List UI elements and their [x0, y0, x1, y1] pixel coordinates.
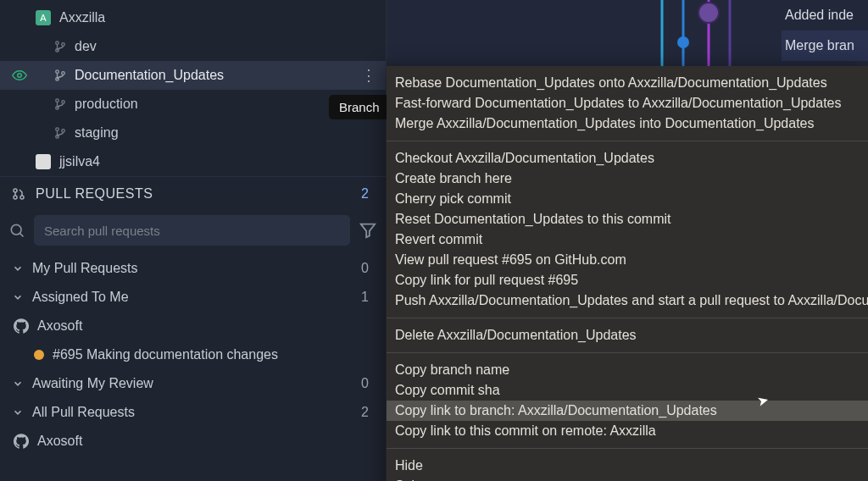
- context-menu-item[interactable]: View pull request #695 on GitHub.com: [387, 250, 868, 270]
- branch-label: dev: [75, 39, 97, 54]
- branch-staging[interactable]: staging: [0, 119, 386, 147]
- svg-point-4: [56, 70, 59, 74]
- context-menu-item[interactable]: Cherry pick commit: [387, 189, 868, 209]
- branch-icon: [54, 41, 66, 53]
- repo-label: Axosoft: [37, 434, 82, 449]
- pr-repo-axosoft-2[interactable]: Axosoft: [0, 427, 386, 456]
- pull-request-icon: [12, 187, 25, 201]
- pr-item-695[interactable]: #695 Making documentation changes: [0, 340, 386, 369]
- branch-dev[interactable]: dev: [0, 32, 386, 61]
- user-avatar-icon: [36, 154, 51, 169]
- pr-group-my-pull-requests[interactable]: My Pull Requests 0: [0, 254, 386, 283]
- group-count: 2: [361, 405, 374, 420]
- search-icon[interactable]: [8, 222, 25, 239]
- eye-icon: [12, 68, 27, 83]
- more-icon[interactable]: ⋮: [361, 66, 377, 85]
- context-menu: Rebase Documentation_Updates onto Axxzil…: [387, 66, 868, 481]
- commit-message: Merge bran: [785, 38, 854, 53]
- group-label: My Pull Requests: [32, 261, 353, 276]
- context-menu-item[interactable]: Hide: [387, 456, 868, 476]
- commit-message: Added inde: [785, 8, 854, 23]
- chevron-down-icon: [12, 406, 24, 418]
- repo-label: Axosoft: [37, 318, 82, 334]
- branch-production[interactable]: production: [0, 90, 386, 119]
- remote-tree: A Axxzilla dev Documentation_Updates ⋮ p…: [0, 0, 386, 176]
- remote-jjsilva4[interactable]: jjsilva4: [0, 147, 386, 176]
- pr-group-assigned-to-me[interactable]: Assigned To Me 1: [0, 283, 386, 312]
- menu-separator: [387, 352, 868, 353]
- svg-point-0: [56, 41, 59, 45]
- group-label: Awaiting My Review: [32, 376, 353, 391]
- pr-group-awaiting-my-review[interactable]: Awaiting My Review 0: [0, 369, 386, 398]
- branch-icon: [54, 69, 66, 81]
- branch-icon: [54, 127, 66, 139]
- commit-row[interactable]: Added inde: [782, 0, 868, 30]
- svg-point-3: [18, 74, 22, 78]
- svg-point-14: [14, 196, 17, 199]
- group-label: Assigned To Me: [32, 290, 353, 305]
- svg-point-10: [56, 128, 59, 131]
- user-name: jjsilva4: [59, 154, 100, 169]
- chevron-down-icon: [12, 378, 24, 390]
- search-input[interactable]: [34, 215, 350, 246]
- filter-icon[interactable]: [359, 221, 377, 240]
- context-menu-item[interactable]: Delete Axxzilla/Documentation_Updates: [387, 325, 868, 346]
- group-count: 1: [361, 290, 374, 305]
- github-icon: [14, 434, 29, 449]
- svg-point-2: [62, 43, 65, 47]
- menu-separator: [387, 141, 868, 141]
- context-menu-item[interactable]: Create branch here: [387, 169, 868, 189]
- chevron-down-icon: [12, 263, 24, 274]
- remote-name: Axxzilla: [59, 10, 105, 25]
- branch-icon: [54, 98, 66, 110]
- context-menu-item[interactable]: Merge Axxzilla/Documentation_Updates int…: [387, 113, 868, 134]
- pr-search-row: [0, 210, 386, 254]
- group-count: 0: [361, 376, 374, 391]
- context-menu-item[interactable]: Revert commit: [387, 229, 868, 250]
- svg-point-21: [677, 36, 689, 48]
- svg-point-12: [62, 130, 65, 133]
- context-menu-item[interactable]: Fast-forward Documentation_Updates to Ax…: [387, 93, 868, 113]
- github-icon: [14, 318, 29, 334]
- context-menu-item[interactable]: Rebase Documentation_Updates onto Axxzil…: [387, 73, 868, 93]
- remote-axxzilla[interactable]: A Axxzilla: [0, 3, 386, 32]
- branch-label: production: [75, 97, 138, 112]
- branch-label: staging: [75, 125, 119, 141]
- menu-separator: [387, 318, 868, 318]
- svg-point-13: [14, 189, 17, 192]
- pr-repo-axosoft[interactable]: Axosoft: [0, 312, 386, 340]
- context-menu-item[interactable]: Push Axxzilla/Documentation_Updates and …: [387, 290, 868, 311]
- svg-point-6: [62, 72, 65, 75]
- pull-requests-header[interactable]: PULL REQUESTS 2: [0, 176, 386, 210]
- context-menu-item[interactable]: Copy branch name: [387, 360, 868, 380]
- status-dot-icon: [34, 350, 44, 360]
- sidebar: A Axxzilla dev Documentation_Updates ⋮ p…: [0, 0, 387, 481]
- context-menu-item[interactable]: Copy link to this commit on remote: Axxz…: [387, 421, 868, 441]
- group-label: All Pull Requests: [32, 405, 353, 420]
- section-title: PULL REQUESTS: [36, 186, 351, 202]
- chevron-down-icon: [12, 291, 24, 303]
- group-count: 0: [361, 261, 374, 276]
- commit-row[interactable]: Merge bran: [782, 30, 868, 61]
- context-menu-item[interactable]: Copy link for pull request #695: [387, 270, 868, 290]
- commit-avatar: [698, 2, 720, 24]
- branch-tooltip: Branch: [329, 95, 390, 119]
- context-menu-item[interactable]: Checkout Axxzilla/Documentation_Updates: [387, 148, 868, 169]
- context-menu-item[interactable]: Copy link to branch: Axxzilla/Documentat…: [387, 401, 868, 421]
- branch-documentation-updates[interactable]: Documentation_Updates ⋮: [0, 61, 386, 90]
- svg-point-7: [56, 99, 59, 102]
- context-menu-item[interactable]: Reset Documentation_Updates to this comm…: [387, 209, 868, 229]
- context-menu-item[interactable]: Solo: [387, 476, 868, 481]
- svg-point-9: [62, 101, 65, 104]
- remote-avatar-icon: A: [36, 10, 51, 25]
- menu-separator: [387, 448, 868, 449]
- context-menu-item[interactable]: Copy commit sha: [387, 380, 868, 401]
- pr-item-label: #695 Making documentation changes: [53, 347, 278, 362]
- svg-point-15: [20, 196, 24, 199]
- section-count: 2: [361, 186, 374, 202]
- svg-point-16: [11, 224, 21, 235]
- branch-label: Documentation_Updates: [75, 68, 224, 83]
- pr-group-all-pull-requests[interactable]: All Pull Requests 2: [0, 398, 386, 427]
